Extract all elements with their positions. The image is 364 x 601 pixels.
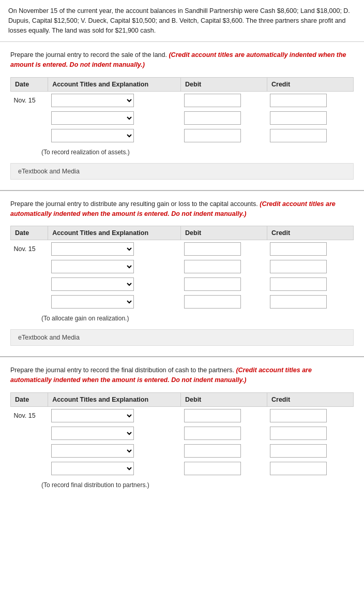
debit-cell-2-4[interactable] — [181, 293, 267, 311]
credit-input-2-1[interactable] — [270, 242, 327, 256]
table-row — [11, 460, 354, 477]
account-select-1-3[interactable] — [51, 129, 134, 142]
account-cell-2-4[interactable] — [48, 293, 181, 311]
date-cell-2-3 — [11, 275, 48, 293]
credit-input-2-3[interactable] — [270, 277, 327, 291]
date-cell-1-3 — [11, 127, 48, 144]
credit-input-3-4[interactable] — [270, 462, 327, 475]
table-row: Nov. 15 — [11, 240, 354, 258]
section3-instruction: Prepare the journal entry to record the … — [10, 365, 354, 385]
credit-cell-2-2[interactable] — [267, 258, 353, 275]
debit-cell-3-3[interactable] — [181, 442, 267, 460]
debit-input-2-1[interactable] — [184, 242, 241, 256]
credit-input-1-3[interactable] — [270, 129, 327, 142]
debit-cell-1-1[interactable] — [181, 91, 267, 109]
account-select-2-1[interactable] — [51, 242, 134, 256]
debit-input-3-1[interactable] — [184, 409, 241, 422]
account-select-3-4[interactable] — [51, 462, 134, 475]
credit-cell-1-1[interactable] — [267, 91, 353, 109]
account-cell-3-2[interactable] — [48, 424, 181, 442]
table-row — [11, 424, 354, 442]
credit-cell-1-3[interactable] — [267, 127, 353, 144]
col-debit-2: Debit — [181, 226, 267, 240]
account-select-2-3[interactable] — [51, 277, 134, 291]
account-cell-3-4[interactable] — [48, 460, 181, 477]
account-select-1-1[interactable] — [51, 94, 134, 107]
debit-cell-1-2[interactable] — [181, 109, 267, 127]
debit-cell-1-3[interactable] — [181, 127, 267, 144]
table-row — [11, 275, 354, 293]
account-select-3-3[interactable] — [51, 444, 134, 458]
date-cell-2-1: Nov. 15 — [11, 240, 48, 258]
date-cell-3-3 — [11, 442, 48, 460]
col-account-1: Account Titles and Explanation — [48, 77, 181, 91]
col-date-1: Date — [11, 77, 48, 91]
section2-table: Date Account Titles and Explanation Debi… — [10, 226, 354, 311]
table-row — [11, 442, 354, 460]
date-cell-2-4 — [11, 293, 48, 311]
account-select-2-4[interactable] — [51, 295, 134, 309]
credit-cell-3-1[interactable] — [267, 406, 353, 424]
account-cell-1-1[interactable] — [48, 91, 181, 109]
debit-input-3-3[interactable] — [184, 444, 241, 458]
col-credit-2: Credit — [267, 226, 353, 240]
table-row — [11, 258, 354, 275]
credit-cell-1-2[interactable] — [267, 109, 353, 127]
debit-input-1-1[interactable] — [184, 94, 241, 107]
account-select-3-1[interactable] — [51, 409, 134, 422]
debit-cell-3-1[interactable] — [181, 406, 267, 424]
col-debit-1: Debit — [181, 77, 267, 91]
account-select-2-2[interactable] — [51, 260, 134, 273]
debit-cell-3-2[interactable] — [181, 424, 267, 442]
col-account-3: Account Titles and Explanation — [48, 392, 181, 406]
debit-input-2-4[interactable] — [184, 295, 241, 309]
table-row — [11, 127, 354, 144]
section1-table: Date Account Titles and Explanation Debi… — [10, 77, 354, 144]
debit-cell-2-3[interactable] — [181, 275, 267, 293]
table-row — [11, 293, 354, 311]
credit-input-3-2[interactable] — [270, 427, 327, 440]
account-cell-2-1[interactable] — [48, 240, 181, 258]
credit-input-1-2[interactable] — [270, 111, 327, 125]
account-cell-1-3[interactable] — [48, 127, 181, 144]
debit-cell-3-4[interactable] — [181, 460, 267, 477]
section2-instruction: Prepare the journal entry to distribute … — [10, 199, 354, 219]
account-cell-1-2[interactable] — [48, 109, 181, 127]
date-cell-1-2 — [11, 109, 48, 127]
col-debit-3: Debit — [181, 392, 267, 406]
debit-input-3-2[interactable] — [184, 427, 241, 440]
section1-etextbook[interactable]: eTextbook and Media — [10, 163, 354, 180]
debit-cell-2-1[interactable] — [181, 240, 267, 258]
debit-input-1-2[interactable] — [184, 111, 241, 125]
account-select-1-2[interactable] — [51, 111, 134, 125]
credit-cell-3-3[interactable] — [267, 442, 353, 460]
section-2: Prepare the journal entry to distribute … — [0, 191, 364, 358]
debit-input-2-3[interactable] — [184, 277, 241, 291]
credit-cell-2-4[interactable] — [267, 293, 353, 311]
account-cell-2-2[interactable] — [48, 258, 181, 275]
date-cell-1: Nov. 15 — [11, 91, 48, 109]
credit-input-3-3[interactable] — [270, 444, 327, 458]
credit-cell-2-3[interactable] — [267, 275, 353, 293]
account-select-3-2[interactable] — [51, 427, 134, 440]
credit-cell-3-2[interactable] — [267, 424, 353, 442]
credit-input-1-1[interactable] — [270, 94, 327, 107]
credit-cell-3-4[interactable] — [267, 460, 353, 477]
debit-cell-2-2[interactable] — [181, 258, 267, 275]
section2-note: (To allocate gain on realization.) — [41, 315, 354, 322]
credit-cell-2-1[interactable] — [267, 240, 353, 258]
credit-input-2-4[interactable] — [270, 295, 327, 309]
account-cell-3-1[interactable] — [48, 406, 181, 424]
col-credit-3: Credit — [267, 392, 353, 406]
date-cell-3-4 — [11, 460, 48, 477]
debit-input-2-2[interactable] — [184, 260, 241, 273]
account-cell-3-3[interactable] — [48, 442, 181, 460]
credit-input-2-2[interactable] — [270, 260, 327, 273]
section2-etextbook[interactable]: eTextbook and Media — [10, 329, 354, 346]
section-3: Prepare the journal entry to record the … — [0, 357, 364, 499]
debit-input-1-3[interactable] — [184, 129, 241, 142]
account-cell-2-3[interactable] — [48, 275, 181, 293]
credit-input-3-1[interactable] — [270, 409, 327, 422]
debit-input-3-4[interactable] — [184, 462, 241, 475]
section3-note: (To record final distribution to partner… — [41, 481, 354, 489]
